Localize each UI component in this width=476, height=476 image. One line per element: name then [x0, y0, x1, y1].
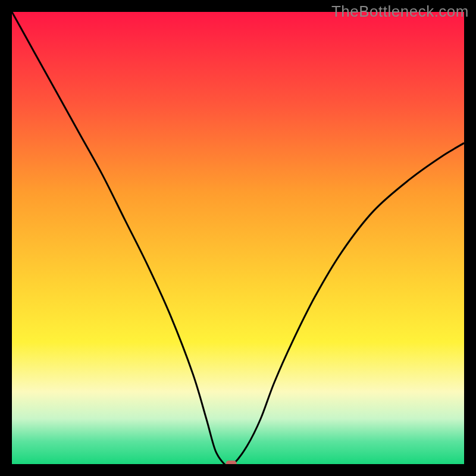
bottleneck-chart	[12, 12, 464, 464]
watermark-text: TheBottleneck.com	[331, 2, 469, 21]
chart-background	[12, 12, 464, 464]
chart-svg	[12, 12, 464, 464]
optimal-point-marker	[226, 461, 237, 464]
